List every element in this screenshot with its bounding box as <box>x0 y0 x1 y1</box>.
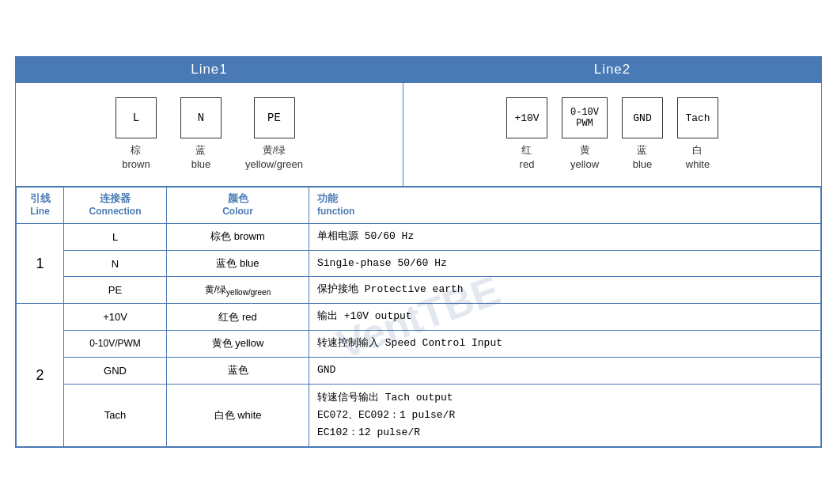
table-row: 2 +10V 红色 red 输出 +10V output <box>17 304 821 331</box>
connector-PE: PE 黄/绿yellow/green <box>245 97 303 172</box>
diagram-line2: +10V 红red 0-10VPWM 黄yellow GND 蓝blue Tac… <box>403 83 821 186</box>
line-1-cell: 1 <box>17 223 64 303</box>
connector-gnd: GND 蓝blue <box>622 97 663 172</box>
table-row: GND 蓝色 GND <box>17 357 821 384</box>
table-row: N 蓝色 blue Single-phase 50/60 Hz <box>17 250 821 277</box>
col-header-connection: 连接器 Connection <box>64 188 167 223</box>
connector-box-tach: Tach <box>677 97 718 138</box>
header-row: Line1 Line2 <box>16 57 821 83</box>
connector-label-gnd: 蓝blue <box>633 143 653 172</box>
colour-L-cell: 棕色 browm <box>167 223 309 250</box>
colour-pwm-cell: 黄色 yellow <box>167 331 309 358</box>
col-header-function: 功能 function <box>309 188 821 223</box>
func-N-cell: Single-phase 50/60 Hz <box>309 250 821 277</box>
connector-box-10v: +10V <box>506 97 547 138</box>
connector-box-pwm: 0-10VPWM <box>562 97 608 138</box>
conn-pwm-cell: 0-10V/PWM <box>64 331 167 358</box>
connector-label-10v: 红red <box>520 143 535 172</box>
connector-box-L: L <box>116 97 157 138</box>
connector-label-PE: 黄/绿yellow/green <box>245 143 303 172</box>
connector-N: N 蓝blue <box>180 97 222 172</box>
connector-label-pwm: 黄yellow <box>570 143 599 172</box>
connector-box-N: N <box>180 97 222 138</box>
diagram-line1: L 棕brown N 蓝blue PE 黄/绿yellow/green <box>16 83 403 186</box>
colour-gnd-cell: 蓝色 <box>167 357 309 384</box>
data-table: 引线 Line 连接器 Connection 颜色 Colour 功能 func… <box>16 187 821 447</box>
func-10v-cell: 输出 +10V output <box>309 304 821 331</box>
conn-PE-cell: PE <box>64 277 167 304</box>
conn-N-cell: N <box>64 250 167 277</box>
table-wrapper: VentTBE 引线 Line 连接器 Connection 颜色 Colour <box>16 187 821 447</box>
func-gnd-cell: GND <box>309 357 821 384</box>
table-row: 1 L 棕色 browm 单相电源 50/60 Hz <box>17 223 821 250</box>
col-header-line: 引线 Line <box>17 188 64 223</box>
colour-tach-cell: 白色 white <box>167 384 309 446</box>
line-2-cell: 2 <box>17 304 64 447</box>
table-row: Tach 白色 white 转速信号输出 Tach output EC072、E… <box>17 384 821 446</box>
conn-gnd-cell: GND <box>64 357 167 384</box>
colour-N-cell: 蓝色 blue <box>167 250 309 277</box>
func-PE-cell: 保护接地 Protective earth <box>309 277 821 304</box>
conn-L-cell: L <box>64 223 167 250</box>
col-header-colour: 颜色 Colour <box>167 188 309 223</box>
connector-L: L 棕brown <box>116 97 157 172</box>
table-header-row: 引线 Line 连接器 Connection 颜色 Colour 功能 func… <box>17 188 821 223</box>
colour-PE-cell: 黄/绿yellow/green <box>167 277 309 304</box>
connector-pwm: 0-10VPWM 黄yellow <box>562 97 608 172</box>
main-container: Line1 Line2 L 棕brown N 蓝blue PE 黄/绿yello… <box>15 56 822 448</box>
connector-box-gnd: GND <box>622 97 663 138</box>
conn-tach-cell: Tach <box>64 384 167 446</box>
header-line1: Line1 <box>16 57 403 82</box>
table-row: 0-10V/PWM 黄色 yellow 转速控制输入 Speed Control… <box>17 331 821 358</box>
func-L-cell: 单相电源 50/60 Hz <box>309 223 821 250</box>
connector-label-L: 棕brown <box>122 143 150 172</box>
connector-tach: Tach 白white <box>677 97 718 172</box>
func-tach-cell: 转速信号输出 Tach output EC072、EC092：1 pulse/R… <box>309 384 821 446</box>
header-line2: Line2 <box>403 57 821 82</box>
diagram-row: L 棕brown N 蓝blue PE 黄/绿yellow/green +10V… <box>16 83 821 187</box>
connector-10v: +10V 红red <box>506 97 547 172</box>
func-pwm-cell: 转速控制输入 Speed Control Input <box>309 331 821 358</box>
table-row: PE 黄/绿yellow/green 保护接地 Protective earth <box>17 277 821 304</box>
connector-label-tach: 白white <box>686 143 710 172</box>
connector-label-N: 蓝blue <box>191 143 211 172</box>
colour-10v-cell: 红色 red <box>167 304 309 331</box>
conn-10v-cell: +10V <box>64 304 167 331</box>
connector-box-PE: PE <box>254 97 295 138</box>
